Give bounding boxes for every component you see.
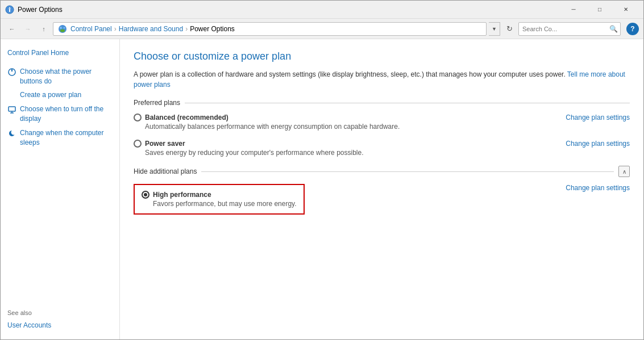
high-perf-radio[interactable] (142, 191, 149, 199)
balanced-change-link[interactable]: Change plan settings (566, 114, 630, 121)
balanced-plan-name-row: Balanced (recommended) (134, 114, 400, 121)
sidebar-display-label: Choose when to turn off the display (20, 104, 113, 124)
address-bar: ← → ↑ Control Panel › Hardware and Sound… (1, 19, 643, 39)
hide-additional-plans-section: Hide additional plans ∧ High performance (134, 166, 630, 215)
hide-plans-header: Hide additional plans ∧ (134, 166, 630, 177)
hide-plans-chevron[interactable]: ∧ (618, 166, 630, 177)
sidebar-power-buttons-label: Choose what the power buttons do (20, 67, 113, 86)
power-saver-plan-name-row: Power saver (134, 140, 364, 148)
power-buttons-icon (7, 68, 16, 77)
up-button[interactable]: ↑ (37, 22, 51, 36)
main-window: Power Options ─ □ ✕ ← → ↑ Control Panel … (0, 0, 644, 340)
see-also-label: See also (1, 305, 119, 318)
sidebar-sleep-label: Change when the computer sleeps (20, 128, 113, 148)
hide-plans-label: Hide additional plans (134, 167, 197, 175)
power-saver-plan-name: Power saver (145, 140, 185, 148)
address-dropdown[interactable]: ▼ (489, 22, 500, 36)
title-bar: Power Options ─ □ ✕ (1, 1, 643, 19)
close-button[interactable]: ✕ (613, 1, 639, 19)
crumb-control-panel[interactable]: Control Panel (70, 25, 112, 33)
balanced-radio[interactable] (134, 114, 142, 121)
high-perf-change-link[interactable]: Change plan settings (566, 184, 630, 192)
preferred-plans-divider (185, 103, 630, 103)
balanced-plan-name: Balanced (recommended) (145, 114, 228, 121)
balanced-plan-desc: Automatically balances performance with … (145, 123, 400, 131)
high-perf-radio-dot (144, 193, 147, 196)
user-accounts-label: User Accounts (7, 321, 51, 330)
preferred-plans-header: Preferred plans (134, 99, 630, 107)
window-title: Power Options (18, 6, 560, 14)
minimize-button[interactable]: ─ (560, 1, 587, 19)
balanced-plan-item: Balanced (recommended) Automatically bal… (134, 114, 630, 131)
search-icon[interactable]: 🔍 (606, 25, 620, 33)
power-saver-plan-left: Power saver Saves energy by reducing you… (134, 140, 364, 157)
back-button[interactable]: ← (5, 22, 19, 36)
hide-plans-divider (201, 171, 614, 172)
high-perf-plan-desc: Favors performance, but may use more ene… (153, 200, 297, 208)
sidebar-item-power-buttons[interactable]: Choose what the power buttons do (1, 65, 119, 89)
power-saver-plan-item: Power saver Saves energy by reducing you… (134, 140, 630, 157)
search-box: 🔍 (518, 22, 621, 36)
page-title: Choose or customize a power plan (134, 51, 630, 62)
high-performance-plan-item: High performance Favors performance, but… (134, 184, 630, 215)
preferred-plans-label: Preferred plans (134, 99, 180, 107)
power-saver-change-link[interactable]: Change plan settings (566, 140, 630, 148)
crumb-hardware[interactable]: Hardware and Sound (119, 25, 183, 33)
svg-point-3 (60, 27, 62, 29)
svg-rect-8 (9, 107, 15, 111)
sleep-icon (7, 129, 16, 138)
create-plan-icon (7, 91, 16, 100)
forward-button[interactable]: → (21, 22, 35, 36)
sidebar-home[interactable]: Control Panel Home (1, 46, 119, 60)
display-icon (7, 105, 16, 114)
svg-rect-1 (9, 9, 10, 12)
sidebar: Control Panel Home Choose what the power… (1, 39, 120, 339)
search-input[interactable] (519, 26, 606, 32)
refresh-button[interactable]: ↻ (502, 22, 516, 36)
svg-point-5 (60, 29, 65, 32)
balanced-plan-left: Balanced (recommended) Automatically bal… (134, 114, 400, 131)
window-icon (5, 5, 14, 14)
help-button[interactable]: ? (626, 23, 639, 35)
page-description: A power plan is a collection of hardware… (134, 69, 630, 90)
sidebar-create-plan-label: Create a power plan (20, 90, 81, 100)
high-performance-box: High performance Favors performance, but… (134, 184, 305, 215)
main-layout: Control Panel Home Choose what the power… (1, 39, 643, 339)
maximize-button[interactable]: □ (587, 1, 613, 19)
sidebar-home-label: Control Panel Home (7, 48, 69, 58)
high-perf-plan-name: High performance (153, 191, 211, 199)
svg-point-4 (64, 27, 65, 28)
sidebar-item-create-plan[interactable]: Create a power plan (1, 88, 119, 102)
sidebar-item-sleep[interactable]: Change when the computer sleeps (1, 126, 119, 150)
address-path: Control Panel › Hardware and Sound › Pow… (53, 22, 487, 36)
content-area: Choose or customize a power plan A power… (120, 39, 643, 339)
power-saver-plan-desc: Saves energy by reducing your computer's… (145, 149, 364, 157)
sidebar-user-accounts[interactable]: User Accounts (1, 318, 119, 333)
window-controls: ─ □ ✕ (560, 1, 639, 19)
crumb-current: Power Options (190, 25, 235, 33)
sidebar-item-display[interactable]: Choose when to turn off the display (1, 102, 119, 126)
high-perf-name-row: High performance (142, 191, 297, 199)
power-saver-radio[interactable] (134, 140, 142, 148)
